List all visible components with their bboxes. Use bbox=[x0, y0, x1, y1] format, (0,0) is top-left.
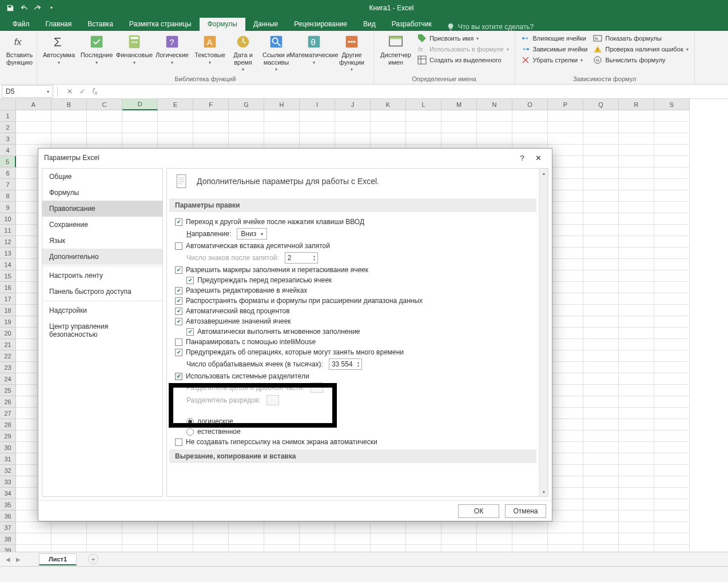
column-header[interactable]: P bbox=[548, 99, 583, 110]
row-header[interactable]: 4 bbox=[0, 145, 16, 156]
row-header[interactable]: 22 bbox=[0, 350, 16, 362]
cell[interactable] bbox=[619, 488, 654, 499]
cell[interactable] bbox=[619, 499, 654, 511]
cell[interactable] bbox=[441, 133, 477, 145]
cell[interactable] bbox=[87, 122, 122, 133]
cell[interactable] bbox=[548, 476, 583, 488]
cell[interactable] bbox=[264, 522, 300, 533]
name-box[interactable]: D5▾ bbox=[2, 85, 53, 98]
chk-warn-long[interactable] bbox=[175, 349, 182, 356]
cell[interactable] bbox=[619, 190, 654, 202]
cell[interactable] bbox=[619, 259, 654, 270]
tab-data[interactable]: Данные bbox=[245, 18, 286, 31]
chk-fill-handle[interactable] bbox=[175, 266, 182, 274]
cell[interactable] bbox=[335, 545, 371, 552]
cell[interactable] bbox=[158, 110, 193, 122]
cell[interactable] bbox=[512, 110, 548, 122]
cell[interactable] bbox=[548, 156, 583, 168]
tab-formulas[interactable]: Формулы bbox=[200, 18, 245, 31]
cell[interactable] bbox=[548, 259, 583, 270]
cell[interactable] bbox=[51, 522, 87, 533]
cell[interactable] bbox=[548, 408, 583, 419]
cell[interactable] bbox=[619, 122, 654, 133]
cell[interactable] bbox=[619, 202, 654, 213]
fx-icon[interactable]: fx bbox=[89, 86, 101, 97]
row-header[interactable]: 26 bbox=[0, 396, 16, 408]
cell[interactable] bbox=[619, 225, 654, 236]
cell[interactable] bbox=[654, 179, 690, 190]
cell[interactable] bbox=[16, 133, 51, 145]
row-header[interactable]: 3 bbox=[0, 133, 16, 145]
cell[interactable] bbox=[654, 362, 690, 373]
row-header[interactable]: 2 bbox=[0, 122, 16, 133]
cell[interactable] bbox=[583, 385, 619, 396]
cell[interactable] bbox=[583, 511, 619, 522]
trace-precedents-button[interactable]: Влияющие ячейки bbox=[519, 33, 590, 43]
cell[interactable] bbox=[477, 545, 512, 552]
scroll-up-icon[interactable]: ▴ bbox=[539, 169, 548, 178]
column-header[interactable]: O bbox=[512, 99, 548, 110]
row-header[interactable]: 7 bbox=[0, 179, 16, 190]
text-functions-button[interactable]: A Текстовые▾ bbox=[192, 32, 228, 65]
row-header[interactable]: 13 bbox=[0, 248, 16, 259]
cell[interactable] bbox=[477, 533, 512, 545]
nav-advanced[interactable]: Дополнительно bbox=[42, 249, 162, 265]
column-header[interactable]: E bbox=[158, 99, 193, 110]
cell[interactable] bbox=[619, 133, 654, 145]
cell[interactable] bbox=[654, 282, 690, 293]
cell[interactable] bbox=[477, 110, 512, 122]
chk-warn-overwrite[interactable] bbox=[186, 277, 194, 284]
cell[interactable] bbox=[583, 453, 619, 465]
cell[interactable] bbox=[548, 430, 583, 442]
tell-me-search[interactable]: Что вы хотите сделать? bbox=[440, 23, 541, 31]
cell[interactable] bbox=[583, 259, 619, 270]
cell[interactable] bbox=[51, 110, 87, 122]
cell[interactable] bbox=[16, 122, 51, 133]
row-header[interactable]: 12 bbox=[0, 236, 16, 248]
cell[interactable] bbox=[548, 305, 583, 316]
cell[interactable] bbox=[158, 122, 193, 133]
row-header[interactable]: 21 bbox=[0, 339, 16, 350]
cell[interactable] bbox=[654, 488, 690, 499]
cell[interactable] bbox=[406, 122, 441, 133]
cell[interactable] bbox=[229, 110, 264, 122]
help-button[interactable]: ? bbox=[514, 151, 530, 165]
cancel-icon[interactable]: ✕ bbox=[63, 86, 76, 97]
column-header[interactable]: F bbox=[193, 99, 229, 110]
cell[interactable] bbox=[619, 545, 654, 552]
cell[interactable] bbox=[371, 133, 406, 145]
row-header[interactable]: 35 bbox=[0, 499, 16, 511]
cell[interactable] bbox=[619, 145, 654, 156]
cell[interactable] bbox=[158, 522, 193, 533]
cell[interactable] bbox=[122, 110, 158, 122]
name-manager-button[interactable]: Диспетчер имен bbox=[377, 32, 414, 66]
cell[interactable] bbox=[583, 156, 619, 168]
cell[interactable] bbox=[654, 110, 690, 122]
add-sheet-button[interactable]: ＋ bbox=[88, 554, 98, 564]
row-header[interactable]: 28 bbox=[0, 419, 16, 430]
use-in-formula-button[interactable]: fx Использовать в формуле▾ bbox=[415, 44, 511, 54]
cell[interactable] bbox=[371, 545, 406, 552]
cell[interactable] bbox=[583, 293, 619, 305]
cell[interactable] bbox=[441, 522, 477, 533]
cell[interactable] bbox=[335, 133, 371, 145]
column-header[interactable]: I bbox=[300, 99, 335, 110]
cell[interactable] bbox=[548, 453, 583, 465]
cell[interactable] bbox=[16, 533, 51, 545]
cell[interactable] bbox=[264, 110, 300, 122]
cell[interactable] bbox=[548, 499, 583, 511]
cell[interactable] bbox=[654, 373, 690, 385]
cell[interactable] bbox=[583, 328, 619, 339]
decimal-places-spinner[interactable]: 2▴▾ bbox=[285, 252, 318, 264]
column-header[interactable]: G bbox=[229, 99, 264, 110]
radio-cursor-logical[interactable] bbox=[186, 418, 194, 425]
row-header[interactable]: 10 bbox=[0, 213, 16, 225]
cell[interactable] bbox=[548, 545, 583, 552]
cell[interactable] bbox=[264, 133, 300, 145]
cell[interactable] bbox=[512, 522, 548, 533]
cell[interactable] bbox=[335, 533, 371, 545]
cell[interactable] bbox=[583, 350, 619, 362]
cell[interactable] bbox=[654, 545, 690, 552]
cell[interactable] bbox=[619, 213, 654, 225]
undo-icon[interactable] bbox=[17, 1, 31, 15]
